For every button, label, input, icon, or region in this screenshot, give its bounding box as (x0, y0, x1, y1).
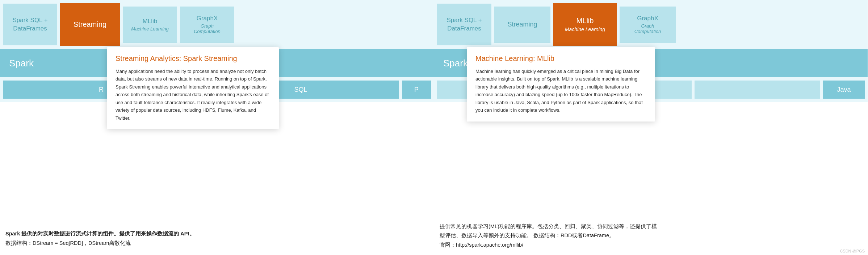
right-popup-title: Machine Learning: MLlib (475, 54, 646, 63)
right-popup-card: Machine Learning: MLlib Machine learning… (467, 47, 655, 122)
right-panel: Spark SQL + DataFrames Streaming MLlib M… (434, 0, 868, 255)
right-modules-row: Spark SQL + DataFrames Streaming MLlib M… (434, 0, 868, 49)
right-spark-sql-label: Spark SQL + DataFrames (446, 16, 482, 32)
right-tile-mllib[interactable]: MLlib Machine Learning (553, 3, 617, 46)
left-description: Spark 提供的对实时数据进行流式计算的组件。提供了用来操作数据流的 API。… (5, 229, 195, 248)
left-tile-mllib[interactable]: MLlib Machine Learning (123, 7, 177, 43)
left-lang-partial[interactable]: P (402, 81, 431, 99)
left-desc-bold: Spark 提供的对实时数据进行流式计算的组件。提供了用来操作数据流的 API。 (5, 231, 195, 237)
right-desc-line2: 型评估、数据导入等额外的支持功能。 数据结构：RDD或者DataFrame。 (440, 231, 657, 240)
watermark: CSDN @PGS (840, 249, 865, 253)
right-desc-line1: 提供常见的机器学习(ML)功能的程序库。包括分类、回归、聚类、协同过滤等，还提供… (440, 222, 657, 231)
left-lang-sql-label: SQL (294, 86, 307, 94)
right-lang-java-label: Java (837, 86, 851, 94)
right-graphx-subtitle: Graph Computation (634, 23, 661, 34)
left-popup-title: Streaming Analytics: Spark Streaming (116, 54, 270, 63)
right-tile-graphx[interactable]: GraphX Graph Computation (620, 7, 676, 43)
left-lang-r-label: R (99, 86, 104, 94)
left-graphx-subtitle: Graph Computation (194, 23, 221, 34)
left-graphx-label: GraphX (197, 15, 218, 22)
left-panel: Spark SQL + DataFrames Streaming MLlib M… (0, 0, 434, 255)
right-desc-line3: 官网：http://spark.apache.org/mllib/ (440, 240, 657, 250)
right-graphx-label: GraphX (637, 15, 658, 22)
right-mllib-subtitle: Machine Learning (565, 26, 605, 32)
left-tile-streaming[interactable]: Streaming (60, 3, 120, 46)
right-lang-placeholder3 (695, 81, 820, 99)
right-spark-core-label: Spark (443, 58, 468, 69)
left-mllib-subtitle: Machine Learning (131, 26, 168, 32)
right-streaming-label: Streaming (507, 21, 537, 28)
left-desc-line1: Spark 提供的对实时数据进行流式计算的组件。提供了用来操作数据流的 API。 (5, 229, 195, 238)
right-popup-body: Machine learning has quickly emerged as … (475, 67, 646, 114)
left-spark-sql-label: Spark SQL + DataFrames (12, 16, 47, 32)
right-tile-streaming[interactable]: Streaming (494, 7, 550, 43)
left-modules-row: Spark SQL + DataFrames Streaming MLlib M… (0, 0, 434, 49)
left-desc-line2: 数据结构：DStream = Seq[RDD]，DStream离散化流 (5, 239, 195, 248)
left-popup-body: Many applications need the ability to pr… (116, 67, 270, 122)
left-streaming-label: Streaming (74, 20, 106, 29)
left-tile-spark-sql[interactable]: Spark SQL + DataFrames (3, 4, 57, 45)
left-spark-core-label: Spark (9, 58, 34, 69)
left-mllib-label: MLlib (143, 18, 158, 25)
right-mllib-label: MLlib (576, 17, 594, 25)
right-tile-spark-sql[interactable]: Spark SQL + DataFrames (437, 4, 491, 45)
right-lang-java[interactable]: Java (823, 81, 865, 99)
right-description: 提供常见的机器学习(ML)功能的程序库。包括分类、回归、聚类、协同过滤等，还提供… (440, 222, 657, 250)
left-tile-graphx[interactable]: GraphX Graph Computation (180, 7, 234, 43)
left-popup-card: Streaming Analytics: Spark Streaming Man… (107, 47, 279, 129)
left-lang-partial-label: P (414, 86, 419, 94)
